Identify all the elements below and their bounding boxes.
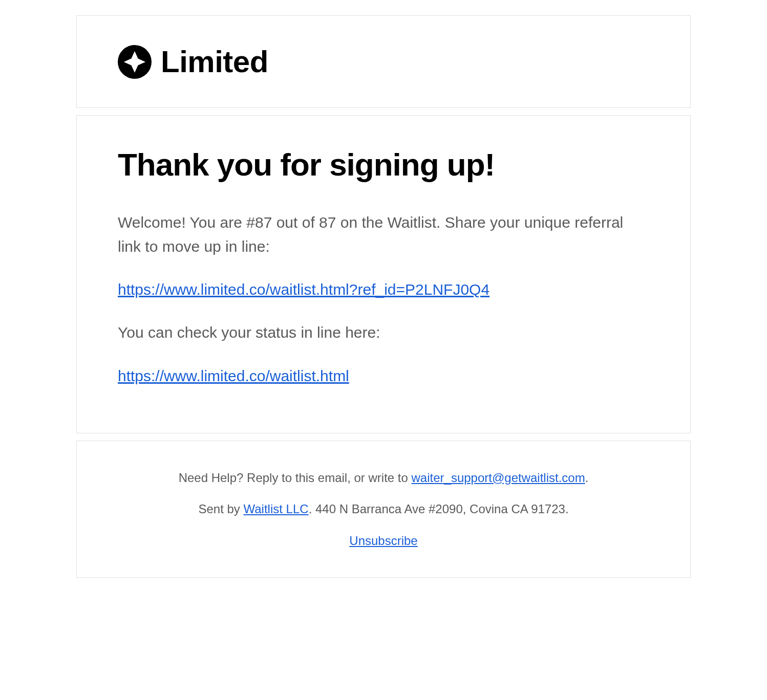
referral-link[interactable]: https://www.limited.co/waitlist.html?ref… xyxy=(118,279,489,300)
footer-help-line: Need Help? Reply to this email, or write… xyxy=(118,469,649,487)
footer-card: Need Help? Reply to this email, or write… xyxy=(76,441,691,578)
footer-help-email[interactable]: waiter_support@getwaitlist.com xyxy=(412,471,585,485)
footer-sent-line: Sent by Waitlist LLC. 440 N Barranca Ave… xyxy=(118,500,649,518)
footer-sent-link[interactable]: Waitlist LLC xyxy=(244,502,309,516)
footer-sent-suffix: . 440 N Barranca Ave #2090, Covina CA 91… xyxy=(309,502,569,516)
header-card: Limited xyxy=(76,15,691,108)
footer-unsubscribe-line: Unsubscribe xyxy=(118,532,649,550)
page-title: Thank you for signing up! xyxy=(118,146,649,183)
unsubscribe-link[interactable]: Unsubscribe xyxy=(349,534,417,548)
body-card: Thank you for signing up! Welcome! You a… xyxy=(76,115,691,433)
status-text: You can check your status in line here: xyxy=(118,321,649,345)
brand-name: Limited xyxy=(161,44,268,79)
welcome-text: Welcome! You are #87 out of 87 on the Wa… xyxy=(118,211,649,258)
footer-help-suffix: . xyxy=(585,471,589,485)
footer-sent-prefix: Sent by xyxy=(198,502,243,516)
footer-help-prefix: Need Help? Reply to this email, or write… xyxy=(179,471,412,485)
sparkle-icon xyxy=(118,45,152,79)
status-link[interactable]: https://www.limited.co/waitlist.html xyxy=(118,365,349,387)
brand: Limited xyxy=(118,44,649,79)
